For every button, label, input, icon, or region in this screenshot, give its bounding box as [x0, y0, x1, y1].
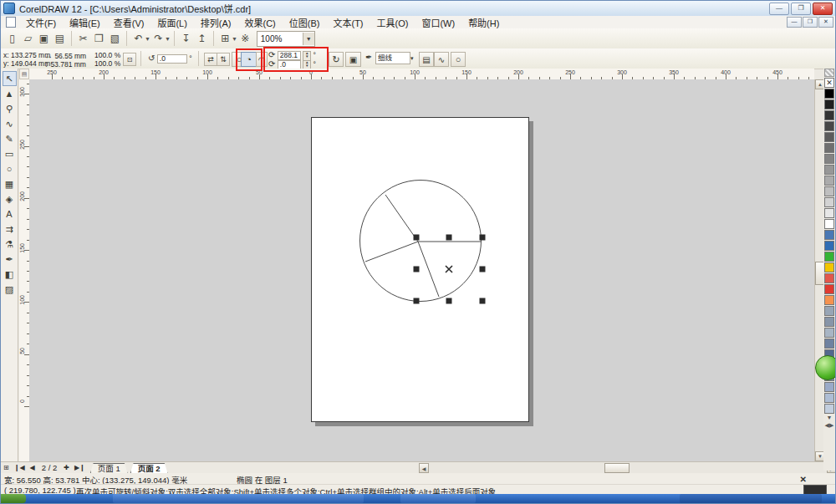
color-swatch[interactable]: [824, 230, 834, 240]
print-icon[interactable]: ▤: [52, 30, 68, 47]
outline-pen-tool-icon[interactable]: ✒: [3, 252, 17, 267]
first-page-button[interactable]: ❙◀: [12, 464, 28, 471]
color-swatch[interactable]: [824, 154, 834, 164]
outline-width-dropdown-icon[interactable]: ▾: [410, 55, 414, 61]
page-tab-2[interactable]: 页面 2: [130, 463, 168, 474]
arc-button[interactable]: ◠: [256, 52, 268, 67]
eyedropper-tool-icon[interactable]: ⚗: [3, 237, 17, 252]
scale-h-field[interactable]: 100.0: [94, 51, 112, 59]
color-swatch[interactable]: [824, 262, 834, 272]
color-swatch[interactable]: [824, 295, 834, 305]
zoom-tool-icon[interactable]: ⚲: [3, 101, 17, 116]
scale-v-field[interactable]: 100.0: [94, 59, 112, 68]
selection-handle[interactable]: [414, 298, 420, 304]
color-swatch[interactable]: [824, 317, 834, 327]
drawing-canvas[interactable]: [29, 79, 814, 461]
shape-tool-icon[interactable]: ▲: [3, 86, 17, 101]
palette-down-icon[interactable]: ▼: [827, 414, 833, 421]
close-button[interactable]: ✕: [813, 3, 833, 15]
import-icon[interactable]: ↧: [178, 30, 194, 47]
graph-paper-tool-icon[interactable]: ▦: [3, 176, 17, 191]
menu-item-2[interactable]: 查看(V): [107, 16, 151, 29]
rotation-angle-field[interactable]: .0: [157, 54, 187, 64]
add-page-button[interactable]: ✚: [61, 464, 72, 471]
menu-item-8[interactable]: 工具(O): [370, 16, 415, 29]
selection-handle[interactable]: [480, 267, 486, 272]
color-swatch[interactable]: [824, 339, 834, 349]
menu-item-9[interactable]: 窗口(W): [415, 16, 461, 29]
menu-item-4[interactable]: 排列(A): [194, 16, 238, 29]
color-swatch[interactable]: [824, 284, 834, 294]
color-swatch[interactable]: [824, 197, 834, 207]
menu-item-0[interactable]: 文件(F): [19, 16, 63, 29]
lock-ratio-button[interactable]: ⊡: [123, 53, 136, 66]
restore-button[interactable]: ❐: [791, 3, 811, 15]
taskbar-tray[interactable]: [680, 494, 822, 503]
corel-online-icon[interactable]: ※: [237, 30, 253, 47]
outline-width-select[interactable]: 细线: [375, 52, 410, 64]
wrap-text-button[interactable]: ▤: [419, 52, 434, 67]
ellipse-tool-icon[interactable]: ○: [3, 161, 17, 176]
taskbar-window-button[interactable]: [400, 494, 476, 503]
palette-header-icon[interactable]: [824, 69, 834, 77]
color-swatch[interactable]: [824, 252, 834, 262]
ruler-origin-icon[interactable]: ▤: [19, 69, 29, 79]
color-swatch[interactable]: [824, 273, 834, 283]
pie-slice-line[interactable]: [365, 242, 418, 262]
color-swatch[interactable]: [824, 110, 834, 120]
new-icon[interactable]: ▯: [4, 30, 20, 47]
color-swatch[interactable]: [824, 393, 834, 403]
color-swatch[interactable]: [824, 328, 834, 338]
doc-minimize-button[interactable]: —: [787, 17, 802, 28]
mirror-horizontal-button[interactable]: ⇄: [204, 53, 217, 66]
basic-shapes-tool-icon[interactable]: ◈: [3, 191, 17, 206]
copy-icon[interactable]: ❐: [91, 30, 107, 47]
object-height-field[interactable]: 53.781 mm: [50, 60, 86, 69]
page-tab-1[interactable]: 页面 1: [90, 463, 128, 474]
color-swatch[interactable]: [824, 99, 834, 109]
horizontal-ruler[interactable]: 2502001501005005010015020025030035040045…: [29, 69, 814, 80]
redo-icon-dropdown[interactable]: ▼: [165, 36, 171, 42]
smart-drawing-tool-icon[interactable]: ✎: [3, 131, 17, 146]
selection-handle[interactable]: [446, 235, 452, 241]
color-swatch[interactable]: [824, 121, 834, 131]
menu-item-5[interactable]: 效果(C): [238, 16, 283, 29]
selection-handle[interactable]: [414, 235, 420, 241]
freehand-tool-icon[interactable]: ∿: [3, 116, 17, 131]
pie-slice-line[interactable]: [418, 242, 439, 297]
fill-tool-icon[interactable]: ◧: [3, 267, 17, 282]
frame-button[interactable]: ▣: [345, 52, 361, 67]
interactive-blend-tool-icon[interactable]: ⇉: [3, 221, 17, 237]
outline-to-object-button[interactable]: ○: [451, 52, 466, 67]
pie-slice-line[interactable]: [385, 195, 418, 242]
doc-restore-button[interactable]: ❐: [803, 17, 818, 28]
paste-icon[interactable]: ▧: [107, 30, 123, 47]
zoom-level-combo[interactable]: 100% ▼: [257, 31, 315, 47]
convert-to-curves-button[interactable]: ∿: [434, 52, 449, 67]
arc-direction-button[interactable]: ↻: [329, 52, 344, 67]
text-tool-icon[interactable]: A: [3, 206, 17, 221]
selection-handle[interactable]: [480, 235, 486, 241]
open-icon[interactable]: ▱: [20, 30, 36, 47]
color-swatch[interactable]: [824, 404, 834, 414]
color-swatch[interactable]: [824, 89, 834, 99]
cut-icon[interactable]: ✂: [75, 30, 91, 47]
scroll-left-icon[interactable]: ◀: [419, 463, 429, 473]
no-color-swatch[interactable]: ✕: [824, 78, 834, 88]
nav-options-icon[interactable]: ⊞: [1, 464, 12, 471]
export-icon[interactable]: ↥: [194, 30, 210, 47]
menu-item-7[interactable]: 文本(T): [326, 16, 370, 29]
pie-button[interactable]: ◔: [241, 52, 257, 67]
horizontal-scrollbar[interactable]: ◀ ▶: [419, 461, 836, 473]
color-swatch[interactable]: [824, 143, 834, 153]
app-launcher-icon-dropdown[interactable]: ▼: [232, 36, 237, 42]
save-icon[interactable]: ▣: [36, 30, 52, 47]
taskbar-window-button[interactable]: [113, 494, 364, 503]
color-swatch[interactable]: [824, 241, 834, 251]
menu-item-10[interactable]: 帮助(H): [461, 16, 506, 29]
pick-tool-icon[interactable]: ↖: [3, 71, 17, 86]
selection-handle[interactable]: [414, 267, 420, 272]
minimize-button[interactable]: —: [769, 3, 789, 15]
selection-center-marker[interactable]: [446, 266, 452, 272]
menu-item-6[interactable]: 位图(B): [283, 16, 327, 29]
